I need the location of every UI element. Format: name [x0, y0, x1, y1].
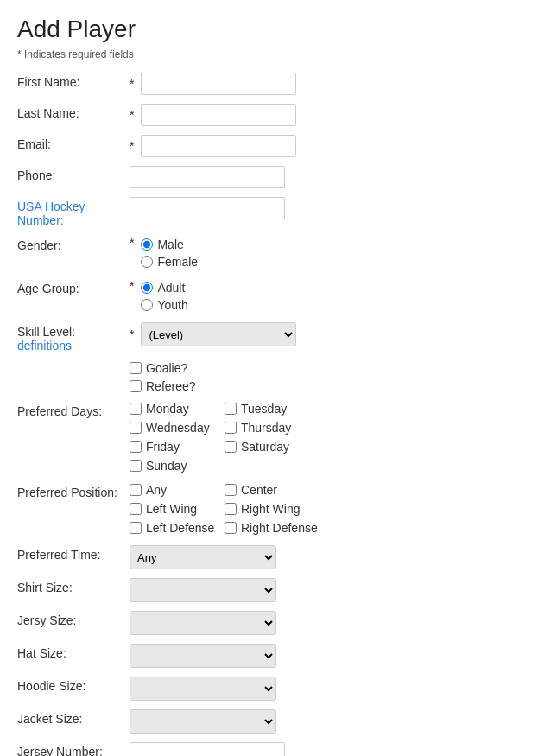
email-row: Email: *	[17, 135, 521, 157]
shirt-size-select[interactable]: SMLXLXXL	[130, 578, 276, 602]
jersey-size-select[interactable]: SMLXLXXL	[130, 611, 276, 635]
goalie-checkbox[interactable]	[130, 362, 142, 374]
jersey-number-label: Jersey Number:	[17, 742, 130, 756]
day-tuesday[interactable]: Tuesday	[225, 402, 320, 416]
jersey-number-input[interactable]	[130, 742, 285, 756]
gender-male-radio[interactable]	[141, 238, 153, 251]
form-container: Add Player * Indicates required fields F…	[0, 0, 538, 756]
last-name-input[interactable]	[141, 104, 296, 126]
usa-hockey-field	[130, 197, 521, 219]
position-right-defense[interactable]: Right Defense	[225, 521, 337, 535]
thursday-checkbox[interactable]	[225, 422, 237, 434]
jacket-size-select[interactable]: SMLXLXXL	[130, 709, 276, 734]
preferred-days-field: Monday Tuesday Wednesday Thursday Friday	[130, 402, 521, 474]
skill-definitions-link[interactable]: definitions	[17, 339, 72, 353]
jacket-size-field: SMLXLXXL	[130, 709, 521, 734]
phone-input[interactable]	[130, 166, 285, 188]
email-label: Email:	[17, 135, 130, 151]
gender-field: * Male Female	[130, 236, 521, 270]
last-name-field: *	[130, 104, 521, 126]
day-friday[interactable]: Friday	[130, 440, 225, 454]
position-left-defense[interactable]: Left Defense	[130, 521, 225, 535]
skill-level-label: Skill Level: definitions	[17, 322, 130, 353]
age-youth-item[interactable]: Youth	[141, 298, 187, 312]
last-name-row: Last Name: *	[17, 104, 521, 126]
gender-row: Gender: * Male Female	[17, 236, 521, 270]
required-note: * Indicates required fields	[17, 48, 521, 60]
gender-female-item[interactable]: Female	[141, 255, 198, 269]
left-defense-checkbox[interactable]	[130, 522, 142, 534]
age-adult-item[interactable]: Adult	[141, 281, 187, 295]
jacket-size-label: Jacket Size:	[17, 709, 130, 726]
saturday-checkbox[interactable]	[225, 441, 237, 453]
age-youth-radio[interactable]	[141, 299, 153, 311]
usa-hockey-row: USA Hockey Number:	[17, 197, 521, 227]
position-right-wing[interactable]: Right Wing	[225, 502, 337, 516]
hoodie-size-select[interactable]: SMLXLXXL	[130, 677, 276, 701]
wednesday-checkbox[interactable]	[130, 422, 142, 434]
sunday-checkbox[interactable]	[130, 460, 142, 472]
preferred-time-label: Preferred Time:	[17, 545, 130, 562]
last-name-label: Last Name:	[17, 104, 130, 120]
position-center[interactable]: Center	[225, 483, 337, 497]
first-name-label: First Name:	[17, 73, 130, 89]
age-adult-radio[interactable]	[141, 282, 153, 294]
position-left-wing[interactable]: Left Wing	[130, 502, 225, 516]
hat-size-row: Hat Size: SMLXL	[17, 644, 521, 668]
preferred-days-row: Preferred Days: Monday Tuesday Wednesday	[17, 402, 521, 474]
required-star: *	[130, 139, 134, 153]
day-monday[interactable]: Monday	[130, 402, 225, 416]
day-saturday[interactable]: Saturday	[225, 440, 320, 454]
jacket-size-row: Jacket Size: SMLXLXXL	[17, 709, 521, 734]
gender-male-item[interactable]: Male	[141, 238, 198, 251]
gender-label: Gender:	[17, 236, 130, 252]
skill-level-select[interactable]: (Level) A B C D	[141, 322, 296, 346]
required-star: *	[130, 77, 134, 91]
usa-hockey-input[interactable]	[130, 197, 285, 219]
day-wednesday[interactable]: Wednesday	[130, 421, 225, 435]
first-name-input[interactable]	[141, 73, 296, 95]
hoodie-size-row: Hoodie Size: SMLXLXXL	[17, 677, 521, 701]
right-wing-checkbox[interactable]	[225, 503, 237, 515]
day-sunday[interactable]: Sunday	[130, 459, 225, 473]
age-radio-group: Adult Youth	[141, 279, 187, 314]
friday-checkbox[interactable]	[130, 441, 142, 453]
referee-checkbox[interactable]	[130, 380, 142, 392]
preferred-days-grid: Monday Tuesday Wednesday Thursday Friday	[130, 402, 521, 474]
preferred-time-field: Any Morning Afternoon Evening	[130, 545, 521, 569]
gender-female-radio[interactable]	[141, 256, 153, 268]
center-checkbox[interactable]	[225, 484, 237, 496]
gender-female-label: Female	[157, 255, 198, 269]
email-input[interactable]	[141, 135, 296, 157]
gender-male-label: Male	[157, 238, 183, 251]
hat-size-field: SMLXL	[130, 644, 521, 668]
preferred-position-grid: Any Center Left Wing Right Wing Left Def…	[130, 483, 521, 537]
preferred-time-row: Preferred Time: Any Morning Afternoon Ev…	[17, 545, 521, 569]
required-star: *	[130, 108, 134, 122]
jersey-size-field: SMLXLXXL	[130, 611, 521, 635]
tuesday-checkbox[interactable]	[225, 403, 237, 415]
jersey-number-field	[130, 742, 521, 756]
phone-label: Phone:	[17, 166, 130, 182]
left-wing-checkbox[interactable]	[130, 503, 142, 515]
preferred-time-select[interactable]: Any Morning Afternoon Evening	[130, 545, 276, 569]
required-star: *	[130, 327, 134, 341]
first-name-row: First Name: *	[17, 73, 521, 95]
usa-hockey-link[interactable]: USA Hockey Number:	[17, 200, 85, 227]
phone-row: Phone:	[17, 166, 521, 188]
referee-item[interactable]: Referee?	[130, 379, 521, 393]
age-adult-label: Adult	[157, 281, 185, 295]
any-checkbox[interactable]	[130, 484, 142, 496]
referee-label: Referee?	[146, 379, 196, 393]
right-defense-checkbox[interactable]	[225, 522, 237, 534]
goalie-item[interactable]: Goalie?	[130, 361, 521, 375]
usa-hockey-label: USA Hockey Number:	[17, 197, 130, 227]
shirt-size-field: SMLXLXXL	[130, 578, 521, 602]
goalie-referee-group: Goalie? Referee?	[17, 361, 521, 395]
goalie-label: Goalie?	[146, 361, 187, 375]
position-any[interactable]: Any	[130, 483, 225, 497]
hat-size-select[interactable]: SMLXL	[130, 644, 276, 668]
shirt-size-row: Shirt Size: SMLXLXXL	[17, 578, 521, 602]
day-thursday[interactable]: Thursday	[225, 421, 320, 435]
monday-checkbox[interactable]	[130, 403, 142, 415]
